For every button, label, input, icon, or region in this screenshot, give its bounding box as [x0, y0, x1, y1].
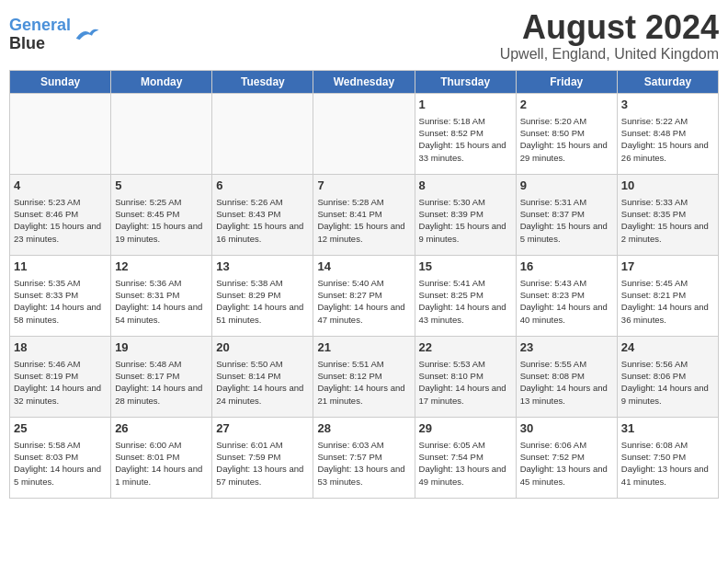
calendar-cell: 10Sunrise: 5:33 AMSunset: 8:35 PMDayligh…	[617, 174, 718, 255]
calendar-cell	[111, 93, 212, 174]
calendar-week-row: 18Sunrise: 5:46 AMSunset: 8:19 PMDayligh…	[10, 336, 719, 417]
day-number: 21	[317, 339, 410, 356]
main-title: August 2024	[500, 9, 719, 46]
calendar-week-row: 25Sunrise: 5:58 AMSunset: 8:03 PMDayligh…	[10, 417, 719, 498]
daylight-text: Daylight: 14 hours and 51 minutes.	[216, 301, 309, 326]
calendar-cell: 26Sunrise: 6:00 AMSunset: 8:01 PMDayligh…	[111, 417, 212, 498]
sunset-text: Sunset: 8:50 PM	[520, 127, 613, 139]
sunrise-text: Sunrise: 5:41 AM	[419, 277, 512, 289]
daylight-text: Daylight: 14 hours and 17 minutes.	[419, 382, 512, 407]
day-number: 3	[621, 97, 714, 113]
sunset-text: Sunset: 7:57 PM	[317, 451, 410, 463]
sunset-text: Sunset: 8:21 PM	[621, 289, 714, 301]
day-number: 24	[621, 339, 714, 356]
calendar-cell: 23Sunrise: 5:55 AMSunset: 8:08 PMDayligh…	[516, 336, 617, 417]
calendar-week-row: 11Sunrise: 5:35 AMSunset: 8:33 PMDayligh…	[10, 255, 719, 336]
sunset-text: Sunset: 8:46 PM	[14, 208, 107, 220]
day-number: 6	[216, 178, 309, 194]
sunset-text: Sunset: 8:27 PM	[317, 289, 410, 301]
daylight-text: Daylight: 15 hours and 9 minutes.	[419, 220, 512, 245]
calendar-cell: 5Sunrise: 5:25 AMSunset: 8:45 PMDaylight…	[111, 174, 212, 255]
calendar-cell: 15Sunrise: 5:41 AMSunset: 8:25 PMDayligh…	[415, 255, 516, 336]
daylight-text: Daylight: 14 hours and 54 minutes.	[115, 301, 208, 326]
sunrise-text: Sunrise: 5:45 AM	[621, 277, 714, 289]
sunrise-text: Sunrise: 6:01 AM	[216, 439, 309, 451]
daylight-text: Daylight: 14 hours and 21 minutes.	[317, 382, 410, 407]
sunset-text: Sunset: 8:31 PM	[115, 289, 208, 301]
day-number: 31	[621, 420, 714, 437]
logo-bird-icon	[73, 24, 100, 46]
sunset-text: Sunset: 8:23 PM	[520, 289, 613, 301]
sunset-text: Sunset: 7:59 PM	[216, 451, 309, 463]
sunset-text: Sunset: 8:10 PM	[419, 370, 512, 382]
day-number: 17	[621, 259, 714, 275]
calendar-cell: 9Sunrise: 5:31 AMSunset: 8:37 PMDaylight…	[516, 174, 617, 255]
daylight-text: Daylight: 15 hours and 26 minutes.	[621, 139, 714, 164]
day-number: 5	[115, 178, 208, 194]
header-thursday: Thursday	[415, 70, 516, 93]
day-number: 18	[14, 339, 107, 356]
day-number: 1	[419, 97, 512, 113]
sunrise-text: Sunrise: 5:48 AM	[115, 358, 208, 370]
sunset-text: Sunset: 7:52 PM	[520, 451, 613, 463]
daylight-text: Daylight: 14 hours and 24 minutes.	[216, 382, 309, 407]
calendar-week-row: 4Sunrise: 5:23 AMSunset: 8:46 PMDaylight…	[10, 174, 719, 255]
calendar-cell: 30Sunrise: 6:06 AMSunset: 7:52 PMDayligh…	[516, 417, 617, 498]
sunrise-text: Sunrise: 5:38 AM	[216, 277, 309, 289]
day-number: 26	[115, 420, 208, 437]
daylight-text: Daylight: 15 hours and 12 minutes.	[317, 220, 410, 245]
day-number: 10	[621, 178, 714, 194]
header-saturday: Saturday	[617, 70, 718, 93]
daylight-text: Daylight: 13 hours and 53 minutes.	[317, 463, 410, 488]
calendar-cell: 7Sunrise: 5:28 AMSunset: 8:41 PMDaylight…	[313, 174, 415, 255]
sunrise-text: Sunrise: 5:20 AM	[520, 115, 613, 127]
sunrise-text: Sunrise: 6:06 AM	[520, 439, 613, 451]
sunrise-text: Sunrise: 5:22 AM	[621, 115, 714, 127]
day-number: 27	[216, 420, 309, 437]
sunset-text: Sunset: 8:03 PM	[14, 451, 107, 463]
calendar-cell	[313, 93, 415, 174]
day-number: 14	[317, 259, 410, 275]
daylight-text: Daylight: 14 hours and 32 minutes.	[14, 382, 107, 407]
sunset-text: Sunset: 8:43 PM	[216, 208, 309, 220]
day-number: 2	[520, 97, 613, 113]
sunrise-text: Sunrise: 5:33 AM	[621, 196, 714, 208]
calendar-cell	[10, 93, 111, 174]
header-tuesday: Tuesday	[212, 70, 313, 93]
day-number: 20	[216, 339, 309, 356]
calendar-cell: 20Sunrise: 5:50 AMSunset: 8:14 PMDayligh…	[212, 336, 313, 417]
calendar-cell: 21Sunrise: 5:51 AMSunset: 8:12 PMDayligh…	[313, 336, 415, 417]
sunset-text: Sunset: 8:37 PM	[520, 208, 613, 220]
calendar-cell: 16Sunrise: 5:43 AMSunset: 8:23 PMDayligh…	[516, 255, 617, 336]
day-number: 12	[115, 259, 208, 275]
daylight-text: Daylight: 15 hours and 2 minutes.	[621, 220, 714, 245]
calendar-cell: 14Sunrise: 5:40 AMSunset: 8:27 PMDayligh…	[313, 255, 415, 336]
page-header: General Blue August 2024 Upwell, England…	[9, 9, 719, 63]
sunrise-text: Sunrise: 5:46 AM	[14, 358, 107, 370]
day-number: 30	[520, 420, 613, 437]
calendar-cell: 19Sunrise: 5:48 AMSunset: 8:17 PMDayligh…	[111, 336, 212, 417]
daylight-text: Daylight: 15 hours and 23 minutes.	[14, 220, 107, 245]
sunset-text: Sunset: 8:41 PM	[317, 208, 410, 220]
sunrise-text: Sunrise: 6:03 AM	[317, 439, 410, 451]
sunrise-text: Sunrise: 5:25 AM	[115, 196, 208, 208]
sunset-text: Sunset: 8:33 PM	[14, 289, 107, 301]
day-number: 16	[520, 259, 613, 275]
daylight-text: Daylight: 14 hours and 40 minutes.	[520, 301, 613, 326]
day-number: 28	[317, 420, 410, 437]
sunset-text: Sunset: 8:14 PM	[216, 370, 309, 382]
header-monday: Monday	[111, 70, 212, 93]
logo-text: General Blue	[9, 17, 71, 53]
daylight-text: Daylight: 14 hours and 5 minutes.	[14, 463, 107, 488]
daylight-text: Daylight: 13 hours and 45 minutes.	[520, 463, 613, 488]
daylight-text: Daylight: 13 hours and 57 minutes.	[216, 463, 309, 488]
calendar-cell: 25Sunrise: 5:58 AMSunset: 8:03 PMDayligh…	[10, 417, 111, 498]
sunset-text: Sunset: 8:39 PM	[419, 208, 512, 220]
daylight-text: Daylight: 15 hours and 5 minutes.	[520, 220, 613, 245]
calendar-cell: 22Sunrise: 5:53 AMSunset: 8:10 PMDayligh…	[415, 336, 516, 417]
daylight-text: Daylight: 14 hours and 47 minutes.	[317, 301, 410, 326]
sunrise-text: Sunrise: 5:51 AM	[317, 358, 410, 370]
day-number: 4	[14, 178, 107, 194]
daylight-text: Daylight: 14 hours and 58 minutes.	[14, 301, 107, 326]
day-number: 19	[115, 339, 208, 356]
